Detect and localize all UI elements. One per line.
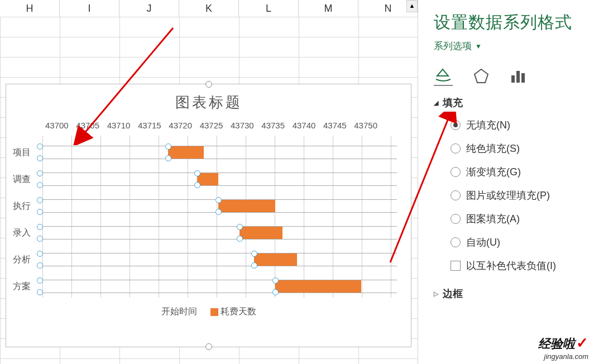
category-label: 分析 — [12, 254, 40, 266]
pattern-fill-radio[interactable]: 图案填充(A) — [451, 212, 584, 226]
spreadsheet-area: H I J K L M N ▲ 图表标题 43700 43705 43710 4… — [0, 0, 418, 364]
tick-label: 43745 — [323, 121, 347, 130]
auto-fill-radio[interactable]: 自动(U) — [451, 236, 584, 249]
category-label: 方案 — [12, 281, 40, 293]
chart-resize-handle[interactable] — [205, 343, 212, 350]
fill-line-icon[interactable] — [434, 66, 453, 86]
border-section-header[interactable]: ▷ 边框 — [434, 287, 584, 300]
invert-negative-checkbox[interactable]: 以互补色代表负值(I) — [451, 259, 584, 272]
bar-row[interactable]: 执行 — [12, 195, 397, 217]
chart-legend[interactable]: 开始时间 耗费天数 — [6, 306, 411, 318]
svg-rect-3 — [516, 71, 520, 83]
svg-marker-1 — [475, 69, 488, 83]
chart-resize-handle[interactable] — [205, 81, 212, 88]
bar-row[interactable]: 方案 — [12, 275, 397, 298]
col-header[interactable]: I — [60, 0, 119, 17]
solid-fill-radio[interactable]: 纯色填充(S) — [451, 142, 584, 155]
effects-icon[interactable] — [473, 68, 490, 84]
plot-area[interactable]: 项目 调查 执行 — [42, 136, 397, 298]
tick-label: 43720 — [169, 121, 192, 130]
bar-row[interactable]: 项目 — [12, 141, 397, 164]
column-headers: H I J K L M N — [0, 0, 418, 17]
gradient-fill-radio[interactable]: 渐变填充(G) — [451, 165, 584, 179]
tick-label: 43750 — [354, 121, 377, 130]
pane-title: 设置数据系列格式 — [434, 11, 584, 34]
scroll-up-button[interactable]: ▲ — [406, 0, 418, 12]
category-label: 录入 — [12, 227, 40, 239]
category-label: 项目 — [12, 147, 40, 159]
bar-row[interactable]: 录入 — [12, 222, 397, 244]
col-header[interactable]: K — [179, 0, 239, 17]
expand-icon: ◢ — [434, 99, 438, 107]
legend-item: 开始时间 — [161, 306, 197, 318]
chart-object[interactable]: 图表标题 43700 43705 43710 43715 43720 43725… — [6, 84, 411, 347]
tick-label: 43735 — [261, 121, 285, 130]
col-header[interactable]: H — [0, 0, 60, 17]
legend-item: 耗费天数 — [221, 306, 256, 316]
legend-swatch — [210, 308, 218, 316]
svg-rect-4 — [521, 73, 525, 83]
col-header[interactable]: L — [239, 0, 299, 17]
tick-label: 43740 — [293, 121, 316, 130]
fill-section-header[interactable]: ◢ 填充 — [434, 96, 584, 109]
bar-row[interactable]: 分析 — [12, 248, 397, 271]
x-axis-ticks: 43700 43705 43710 43715 43720 43725 4373… — [6, 121, 411, 130]
tick-label: 43715 — [138, 121, 161, 130]
tick-label: 43705 — [76, 121, 99, 130]
tick-label: 43700 — [45, 121, 69, 130]
no-fill-radio[interactable]: 无填充(N) — [451, 118, 584, 132]
tick-label: 43725 — [200, 121, 223, 130]
col-header[interactable]: J — [119, 0, 179, 17]
chevron-down-icon: ▼ — [475, 42, 482, 50]
series-options-dropdown[interactable]: 系列选项 ▼ — [434, 40, 584, 52]
svg-rect-2 — [511, 75, 515, 83]
picture-fill-radio[interactable]: 图片或纹理填充(P) — [451, 189, 584, 202]
collapse-icon: ▷ — [434, 290, 438, 298]
category-label: 调查 — [12, 174, 40, 185]
chart-title[interactable]: 图表标题 — [6, 93, 411, 112]
tick-label: 43730 — [231, 121, 254, 130]
bar-row[interactable]: 调查 — [12, 168, 397, 190]
series-options-icon[interactable] — [510, 68, 526, 84]
watermark: 经验啦✓ jingyanla.com — [538, 334, 588, 361]
category-label: 执行 — [12, 200, 40, 212]
col-header[interactable]: M — [299, 0, 358, 17]
tick-label: 43710 — [107, 121, 131, 130]
format-pane: 设置数据系列格式 系列选项 ▼ ◢ 填充 无填充(N) 纯色填充(S) 渐变填充… — [418, 0, 594, 364]
